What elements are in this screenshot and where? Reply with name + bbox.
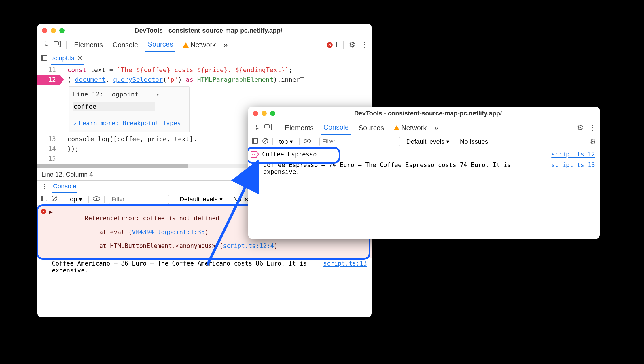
chevron-down-icon: ▾ [446,138,449,145]
tab-console[interactable]: Console [321,120,351,135]
svg-line-8 [53,197,56,200]
tab-sources[interactable]: Sources [356,121,386,135]
svg-point-10 [96,198,97,200]
file-tab-label: script.ts [52,54,74,62]
issues-link[interactable]: No Issues [460,138,488,145]
logpoint-badge-icon [251,151,259,158]
bp-line-label: Line 12: [73,90,103,99]
console-log-row[interactable]: Coffee Americano – 86 Euro – The Coffee … [37,258,372,276]
inspect-element-icon[interactable] [252,124,259,132]
console-prompt[interactable]: ❯ [248,177,600,188]
tab-network-label: Network [401,124,427,132]
file-tabs-bar: script.ts ✕ [37,52,372,65]
stack-link-script[interactable]: script.ts:12:4 [223,242,274,249]
source-link[interactable]: script.ts:13 [323,260,367,267]
gutter-line-13[interactable]: 13 [37,134,60,144]
live-expression-icon[interactable] [93,196,100,203]
console-logpoint-row[interactable]: Coffee Espresso script.ts:12 [248,149,600,160]
svg-point-20 [252,154,253,155]
code-line-11: const text = `The ${coffee} costs ${pric… [60,65,293,75]
inspect-element-icon[interactable] [41,41,48,49]
error-icon: ✕ [41,209,46,214]
main-toolbar: Elements Console Sources Network » ⚙ ⋮ [248,120,600,135]
tab-sources[interactable]: Sources [145,37,175,52]
console-log-row[interactable]: Coffee Espresso – 74 Euro – The Coffee E… [248,160,600,177]
code-line-13: console.log([coffee, price, text]. [60,134,197,144]
expand-caret-icon[interactable]: ▶ [49,208,53,215]
main-toolbar: Elements Console Sources Network » ✕ 1 ⚙… [37,37,372,52]
close-file-icon[interactable]: ✕ [77,54,82,62]
tab-elements[interactable]: Elements [283,121,316,135]
console-filter-input[interactable] [319,137,400,146]
gutter-line-11[interactable]: 11 [37,65,60,75]
stack-link-vm[interactable]: VM4394 logpoint:1:38 [132,229,205,236]
error-count-badge[interactable]: ✕ 1 [327,41,338,49]
context-selector[interactable]: top ▾ [277,137,295,146]
console-settings-icon[interactable]: ⚙ [590,138,596,146]
close-window-button[interactable] [253,111,258,116]
svg-rect-15 [252,138,254,143]
svg-rect-6 [41,196,43,201]
titlebar[interactable]: DevTools - consistent-source-map-pc.netl… [248,107,600,120]
svg-rect-4 [41,55,43,60]
tab-network-label: Network [190,41,216,49]
error-icon: ✕ [327,42,333,48]
window-title: DevTools - consistent-source-map-pc.netl… [261,110,595,117]
gutter-line-14[interactable]: 14 [37,144,60,154]
console-body: Coffee Espresso script.ts:12 Coffee Espr… [248,148,600,188]
clear-console-icon[interactable] [51,195,58,203]
console-toolbar: top ▾ Default levels ▾ No Issues ⚙ [248,135,600,148]
settings-icon[interactable]: ⚙ [577,123,584,132]
settings-icon[interactable]: ⚙ [349,40,355,49]
gutter-line-12-breakpoint[interactable]: 12 [37,75,60,85]
bp-expression-input[interactable] [73,102,155,111]
log-text: Coffee Americano – 86 Euro – The Coffee … [52,260,320,274]
tab-network[interactable]: Network [181,38,218,52]
code-line-15 [60,154,67,164]
more-tabs[interactable]: » [434,123,439,132]
sidebar-toggle-icon[interactable] [41,55,47,62]
svg-rect-13 [270,124,272,130]
svg-rect-2 [59,41,61,47]
log-levels-selector[interactable]: Default levels ▾ [404,137,452,146]
svg-point-19 [306,140,308,142]
svg-rect-12 [265,125,269,128]
log-text: Coffee Espresso – 74 Euro – The Coffee E… [263,162,548,175]
drawer-kebab-icon[interactable]: ⋮ [41,183,48,190]
clear-console-icon[interactable] [262,138,268,146]
devtools-window-console: DevTools - consistent-source-map-pc.netl… [248,107,600,239]
console-filter-input[interactable] [109,195,169,204]
gutter-line-15[interactable]: 15 [37,154,60,164]
device-toolbar-icon[interactable] [264,124,272,132]
source-link[interactable]: script.ts:13 [551,162,595,168]
warning-icon [183,42,189,48]
device-toolbar-icon[interactable] [54,41,61,49]
breakpoint-editor: Line 12: Logpoint ▾ ↗ Learn more: Breakp… [69,86,190,132]
sidebar-toggle-icon[interactable] [41,196,47,203]
code-line-12: ( document. querySelector('p') as HTMLPa… [60,75,304,85]
titlebar[interactable]: DevTools - consistent-source-map-pc.netl… [37,24,372,37]
tab-network[interactable]: Network [391,121,429,135]
tab-elements[interactable]: Elements [72,38,105,52]
code-line-14: }); [60,144,79,154]
file-tab-script[interactable]: script.ts ✕ [51,52,84,65]
error-count: 1 [334,41,338,49]
drawer-tab-console[interactable]: Console [52,180,77,193]
log-levels-selector[interactable]: Default levels ▾ [177,195,225,204]
more-tabs[interactable]: » [223,40,228,50]
kebab-menu-icon[interactable]: ⋮ [589,123,596,132]
kebab-menu-icon[interactable]: ⋮ [361,40,368,49]
chevron-down-icon: ▾ [156,90,160,99]
bp-learn-more-link[interactable]: ↗ Learn more: Breakpoint Types [73,118,185,128]
cursor-position: Line 12, Column 4 [41,171,93,178]
sidebar-toggle-icon[interactable] [252,138,258,145]
live-expression-icon[interactable] [304,138,311,145]
bp-type-select[interactable]: Logpoint ▾ [108,90,160,99]
context-selector[interactable]: top ▾ [66,195,84,204]
external-link-icon: ↗ [73,118,77,128]
chevron-down-icon: ▾ [290,138,293,145]
warning-icon [394,125,399,130]
source-link[interactable]: script.ts:12 [551,151,595,158]
tab-console[interactable]: Console [110,38,140,52]
close-window-button[interactable] [42,28,47,33]
